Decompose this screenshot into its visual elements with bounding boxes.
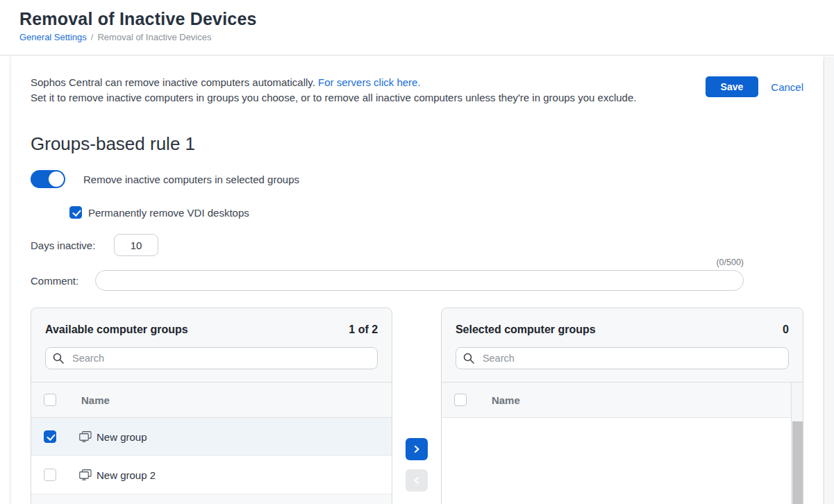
available-panel-header: Available computer groups 1 of 2 [31,308,392,336]
comment-row: Comment: [31,270,744,291]
group-row[interactable]: New group 2 [31,456,392,494]
removal-of-inactive-devices-page: Removal of Inactive Devices General Sett… [0,0,834,504]
available-table-body: New group New group 2 [31,418,392,494]
vdi-checkbox-row: Permanently remove VDI desktops [69,206,803,219]
group-selection-panels: Available computer groups 1 of 2 Name [31,308,803,504]
save-button[interactable]: Save [706,76,759,97]
selected-table-body [442,418,803,504]
rule-toggle-label: Remove inactive computers in selected gr… [83,174,299,185]
chevron-left-icon [412,476,421,485]
breadcrumb: General Settings/Removal of Inactive Dev… [19,32,815,42]
selected-groups-panel: Selected computer groups 0 Name [441,308,803,504]
name-column-header: Name [81,394,110,406]
group-name: New group 2 [97,469,156,481]
breadcrumb-separator: / [91,32,94,42]
available-table-header: Name [31,383,392,418]
panel-scrollbar-track[interactable] [791,383,803,504]
rule-enabled-toggle[interactable] [31,170,65,188]
computer-group-icon [79,469,92,480]
days-inactive-row: Days inactive: [31,234,803,256]
move-left-button[interactable] [406,469,428,492]
panel-scrollbar-thumb[interactable] [792,421,803,504]
page-header: Removal of Inactive Devices General Sett… [0,0,834,56]
selected-panel-count: 0 [783,324,789,336]
name-column-header: Name [492,394,520,406]
group-name: New group [97,431,147,443]
selected-panel-title: Selected computer groups [456,324,596,336]
comment-label: Comment: [31,275,95,287]
transfer-controls [392,308,441,492]
comment-block: (0/500) Comment: [31,258,744,291]
group-row[interactable]: New group [31,418,392,456]
search-icon [463,353,474,364]
comment-input[interactable] [95,270,744,291]
breadcrumb-link-general-settings[interactable]: General Settings [19,32,87,42]
intro-row: Sophos Central can remove inactive compu… [31,75,803,106]
page-title: Removal of Inactive Devices [19,9,815,29]
selected-search-input[interactable] [456,347,789,369]
available-panel-count: 1 of 2 [349,324,378,336]
select-all-checkbox[interactable] [454,394,467,406]
breadcrumb-current: Removal of Inactive Devices [97,32,211,42]
selected-table: Name [442,382,803,504]
rule-toggle-row: Remove inactive computers in selected gr… [31,170,803,188]
days-inactive-input[interactable] [114,234,158,256]
comment-char-counter: (0/500) [31,258,744,267]
content-card: Sophos Central can remove inactive compu… [11,56,823,504]
selected-panel-header: Selected computer groups 0 [442,308,803,336]
intro-sentence-2: Set it to remove inactive computers in g… [31,90,636,106]
intro-sentence-1: Sophos Central can remove inactive compu… [31,76,315,88]
selected-search [456,347,789,369]
available-table: Name New group New group 2 [31,382,392,494]
action-buttons: Save Cancel [706,76,803,97]
select-all-checkbox[interactable] [44,394,56,406]
rule-heading: Groups-based rule 1 [31,133,803,155]
available-panel-title: Available computer groups [45,324,188,336]
selected-table-header: Name [442,383,803,418]
row-checkbox[interactable] [44,430,56,443]
search-icon [53,353,64,364]
row-checkbox[interactable] [44,469,56,481]
intro-text: Sophos Central can remove inactive compu… [31,75,636,106]
computer-group-icon [79,431,92,442]
available-search-input[interactable] [45,347,378,369]
available-search [45,347,378,369]
servers-link[interactable]: For servers click here. [318,76,421,88]
days-inactive-label: Days inactive: [31,240,114,251]
vdi-checkbox-label: Permanently remove VDI desktops [88,207,249,219]
cancel-button[interactable]: Cancel [771,81,803,93]
toggle-knob [49,171,64,187]
move-right-button[interactable] [406,438,428,460]
available-groups-panel: Available computer groups 1 of 2 Name [31,308,392,504]
chevron-right-icon [412,445,421,453]
vdi-checkbox[interactable] [69,206,82,219]
page-scrollbar[interactable] [824,56,834,504]
